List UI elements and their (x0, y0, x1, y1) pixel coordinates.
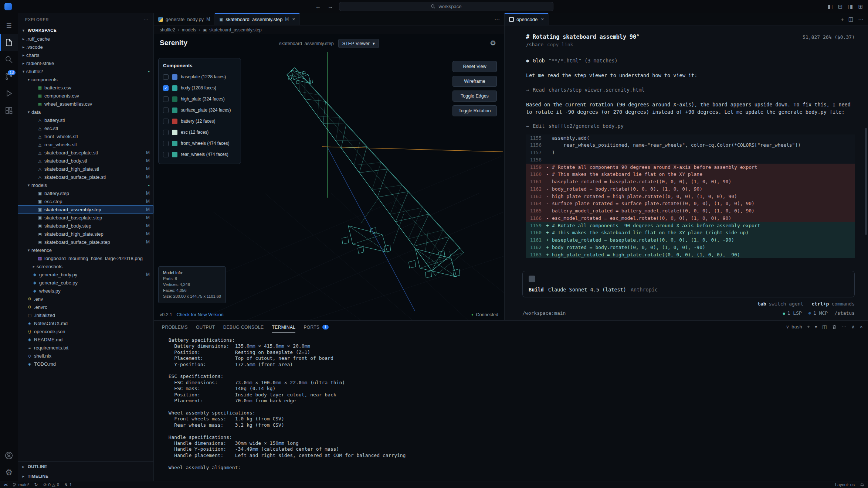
account-icon[interactable] (0, 447, 18, 464)
command-center-search[interactable]: workspace (339, 2, 553, 11)
source-control-icon[interactable]: 13 (0, 68, 18, 85)
component-row-front_wheels[interactable]: front_wheels (474 faces) (163, 138, 236, 149)
remote-indicator[interactable]: >< (4, 483, 7, 487)
new-terminal-plus-icon[interactable]: + (841, 16, 844, 23)
tree-item-shell.nix[interactable]: ◇shell.nix (18, 352, 153, 360)
explorer-more-icon[interactable]: ⋯ (144, 17, 149, 22)
tree-item-charts[interactable]: ▸charts (18, 51, 153, 59)
component-checkbox[interactable] (163, 96, 169, 102)
tree-item-components.csv[interactable]: ▦components.csv (18, 92, 153, 100)
tree-item-skateboard_high_plate.stl[interactable]: △skateboard_high_plate.stlM (18, 165, 153, 173)
tree-item-skateboard_surface_plate.stl[interactable]: △skateboard_surface_plate.stlM (18, 173, 153, 181)
terminal-output[interactable]: Battery specifications: Battery dimensio… (154, 333, 868, 481)
tree-item-.initialized[interactable]: ▢.initialized (18, 311, 153, 319)
tree-item-skateboard_body.step[interactable]: ▣skateboard_body.stepM (18, 222, 153, 230)
tree-item-front_wheels.stl[interactable]: △front_wheels.stl (18, 132, 153, 140)
prompt-input-box[interactable]: Build Claude Sonnet 4.5 (latest) Anthrop… (522, 271, 855, 297)
tree-item-data[interactable]: ▾data (18, 108, 153, 116)
attachment-icon[interactable] (529, 276, 535, 282)
tab-skateboard-assembly-step[interactable]: ▣ skateboard_assembly.step M × (215, 13, 300, 25)
tree-item-models[interactable]: ▾models● (18, 181, 153, 189)
extensions-icon[interactable] (0, 102, 18, 119)
tree-item-skateboard_surface_plate.step[interactable]: ▣skateboard_surface_plate.stepM (18, 238, 153, 246)
search-sidebar-icon[interactable] (0, 51, 18, 68)
editor-more-actions-icon[interactable]: ⋯ (494, 16, 500, 23)
git-branch-indicator[interactable]: main* (13, 482, 29, 487)
component-checkbox[interactable] (163, 130, 169, 135)
component-checkbox[interactable] (163, 141, 169, 146)
tree-item-.vscode[interactable]: ▸.vscode (18, 43, 153, 51)
tree-item-generate_body.py[interactable]: ◆generate_body.pyM (18, 270, 153, 279)
viewer-settings-gear-icon[interactable]: ⚙ (490, 39, 496, 47)
problems-indicator[interactable]: ⊘ 0 △ 0 (43, 482, 59, 487)
component-checkbox[interactable] (163, 108, 169, 113)
step-viewer[interactable]: Serenity skateboard_assembly.step STEP V… (154, 34, 504, 320)
opencode-messages[interactable]: ✱ Glob "**/*.html" (3 matches) Let me re… (505, 47, 868, 266)
nav-back-icon[interactable]: ← (315, 3, 322, 10)
tree-item-battery.stl[interactable]: △battery.stl (18, 116, 153, 124)
status-command[interactable]: /status (834, 310, 855, 316)
new-terminal-plus-icon[interactable]: + (807, 324, 810, 330)
tree-item-reference[interactable]: ▾reference (18, 246, 153, 254)
tree-item-.env[interactable]: ⚙.env (18, 295, 153, 303)
chevron-down-icon[interactable]: ▾ (815, 324, 817, 330)
tree-item-longboard_mounting_holes_large-201018.png[interactable]: ▨longboard_mounting_holes_large-201018.p… (18, 254, 153, 262)
split-editor-icon[interactable]: ◫ (848, 16, 854, 23)
tree-item-screenshots[interactable]: ▸screenshots (18, 262, 153, 270)
component-row-surface_plate[interactable]: surface_plate (324 faces) (163, 105, 236, 116)
customize-layout-icon[interactable]: ⊞ (858, 3, 863, 10)
app-logo-icon[interactable] (4, 3, 12, 10)
tree-item-esc.stl[interactable]: △esc.stl (18, 124, 153, 132)
tree-item-generate_cube.py[interactable]: ◆generate_cube.py (18, 279, 153, 287)
component-checkbox[interactable] (163, 119, 169, 124)
trash-icon[interactable] (832, 324, 837, 330)
tree-item-skateboard_high_plate.step[interactable]: ▣skateboard_high_plate.stepM (18, 230, 153, 238)
tab-ports[interactable]: PORTS 1 (304, 321, 329, 333)
toggle-sidebar-icon[interactable]: ◧ (827, 3, 833, 10)
tab-output[interactable]: OUTPUT (196, 321, 215, 333)
tab-opencode[interactable]: opencode × (505, 13, 549, 25)
timeline-section-header[interactable]: ▸ TIMELINE (18, 471, 153, 481)
component-checkbox[interactable] (163, 152, 169, 157)
agent-mode[interactable]: Build (529, 287, 544, 293)
tree-item-battery.step[interactable]: ▣battery.stepM (18, 189, 153, 197)
tree-item-NotesOnUX.md[interactable]: ◈NotesOnUX.md (18, 319, 153, 327)
viewer-mode-select[interactable]: STEP Viewer ▾ (338, 39, 379, 48)
tree-item-wheel_assemblies.csv[interactable]: ▦wheel_assemblies.csv (18, 100, 153, 108)
tree-item-skateboard_baseplate.stl[interactable]: △skateboard_baseplate.stlM (18, 149, 153, 157)
sync-icon[interactable]: ↻ (34, 482, 38, 487)
tree-item-components[interactable]: ▾components (18, 75, 153, 83)
ports-forwarded-indicator[interactable]: ↯ 1 (64, 482, 72, 487)
breadcrumb-item[interactable]: models (182, 27, 196, 33)
tree-item-TODO.md[interactable]: ◈TODO.md (18, 360, 153, 368)
share-command[interactable]: /share (526, 42, 543, 47)
notifications-bell[interactable] (860, 482, 864, 487)
tree-item-shuffle2[interactable]: ▾shuffle2● (18, 67, 153, 75)
component-row-battery[interactable]: battery (12 faces) (163, 116, 236, 127)
shell-picker[interactable]: ∨ bash (786, 324, 802, 330)
check-new-version-link[interactable]: Check for New Version (177, 312, 224, 317)
explorer-icon[interactable] (0, 34, 18, 51)
toggle-rotation-button[interactable]: Toggle Rotation (452, 105, 497, 116)
tree-item-batteries.csv[interactable]: ▦batteries.csv (18, 83, 153, 92)
tree-item-README.md[interactable]: ◈README.md (18, 335, 153, 344)
close-tab-icon[interactable]: × (541, 16, 544, 22)
component-row-esc[interactable]: esc (12 faces) (163, 127, 236, 138)
more-actions-icon[interactable]: ⋯ (842, 324, 847, 330)
keyboard-layout-indicator[interactable]: Layout: us (835, 482, 855, 487)
wireframe-button[interactable]: Wireframe (452, 76, 497, 87)
workspace-section-header[interactable]: ▾ WORKSPACE (18, 26, 153, 35)
more-actions-icon[interactable]: ⋯ (858, 16, 864, 23)
close-panel-icon[interactable]: × (860, 324, 863, 330)
tree-item-esc.step[interactable]: ▣esc.stepM (18, 197, 153, 205)
nav-forward-icon[interactable]: → (327, 3, 334, 10)
outline-section-header[interactable]: ▸ OUTLINE (18, 462, 153, 471)
component-checkbox[interactable] (163, 74, 169, 80)
tree-item-.envrc[interactable]: ⚙.envrc (18, 303, 153, 311)
breadcrumb-item[interactable]: shuffle2 (160, 27, 175, 33)
tree-item-rear_wheels.stl[interactable]: △rear_wheels.stl (18, 140, 153, 149)
tab-terminal[interactable]: TERMINAL (272, 321, 296, 333)
component-row-rear_wheels[interactable]: rear_wheels (474 faces) (163, 149, 236, 160)
split-terminal-icon[interactable]: ◫ (822, 324, 827, 330)
toggle-edges-button[interactable]: Toggle Edges (452, 91, 497, 102)
